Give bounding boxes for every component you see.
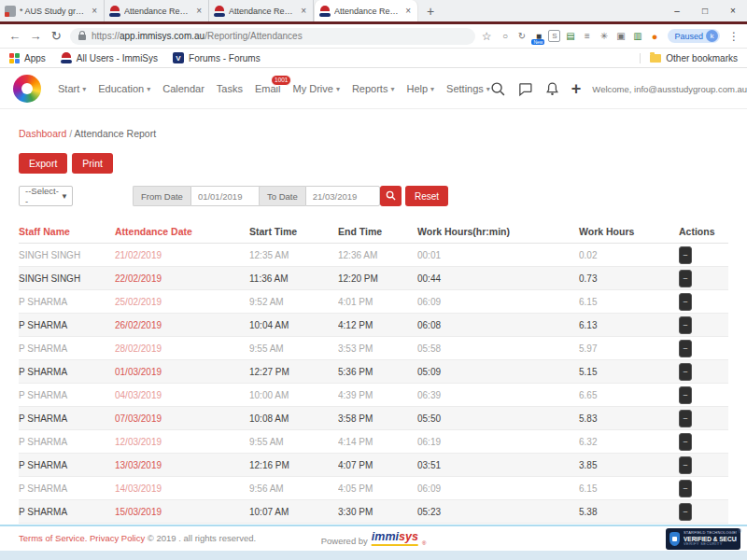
flame-extension-icon[interactable]: ● — [647, 29, 661, 43]
col-staff-name[interactable]: Staff Name — [19, 221, 115, 244]
nav-item-education[interactable]: Education▾ — [98, 83, 150, 94]
immisys-logo[interactable]: immisys — [372, 531, 418, 546]
row-action-button[interactable]: – — [679, 386, 692, 404]
forums-favicon: V — [173, 52, 184, 63]
cell-work-hrmin: 06:09 — [417, 290, 579, 314]
nav-item-tasks[interactable]: Tasks — [217, 83, 243, 94]
cell-work-hours: 5.83 — [579, 407, 679, 430]
document-extension-icon[interactable]: ▤ — [563, 29, 577, 43]
nav-item-my-drive[interactable]: My Drive▾ — [292, 83, 339, 94]
privacy-link[interactable]: Privacy Policy — [90, 533, 145, 543]
chat-icon[interactable] — [517, 81, 533, 97]
nav-item-email[interactable]: Email1001 — [255, 83, 281, 94]
nav-item-settings[interactable]: Settings▾ — [446, 83, 490, 94]
window-close-button[interactable]: × — [719, 0, 747, 21]
battery-extension-icon[interactable]: ▥ — [630, 29, 644, 43]
row-action-button[interactable]: – — [679, 410, 692, 427]
verified-secured-seal[interactable]: STARFIELD TECHNOLOGIES VERIFIED & SECURE… — [666, 528, 740, 550]
search-icon[interactable] — [490, 81, 506, 97]
bookmark-all-users[interactable]: All Users - ImmiSys — [61, 52, 158, 63]
cell-work-hrmin: 00:44 — [417, 267, 579, 290]
nav-item-help[interactable]: Help▾ — [406, 83, 434, 94]
forward-button[interactable]: → — [28, 30, 42, 42]
bookmark-forums[interactable]: V Forums - Forums — [173, 52, 261, 63]
close-icon[interactable]: × — [194, 6, 204, 16]
browser-tab-2[interactable]: Attendance Report - ImmiSys × — [105, 0, 209, 21]
row-action-button[interactable]: – — [679, 363, 692, 381]
row-action-button[interactable]: – — [679, 316, 692, 334]
row-action-button[interactable]: – — [679, 246, 692, 264]
reset-button[interactable]: Reset — [405, 186, 448, 206]
reload-button[interactable]: ↻ — [49, 30, 63, 42]
page-favicon — [5, 6, 16, 17]
close-icon[interactable]: × — [299, 6, 308, 16]
welcome-user-menu[interactable]: Welcome, info@ausstudygroup.com.au▾ — [592, 84, 747, 94]
gear-extension-icon[interactable]: ✳ — [597, 29, 611, 43]
minimize-button[interactable]: – — [663, 0, 691, 21]
new-tab-button[interactable]: + — [418, 0, 443, 21]
cell-end-time: 4:07 PM — [338, 454, 417, 477]
new-badge-extension-icon[interactable]: ■New — [531, 29, 545, 43]
row-action-button[interactable]: – — [679, 293, 692, 311]
export-button[interactable]: Export — [19, 153, 67, 174]
address-bar[interactable]: https://app.immisys.com.au/Reporting/Att… — [70, 28, 475, 45]
print-button[interactable]: Print — [72, 153, 113, 174]
profile-paused-pill[interactable]: Paused k — [668, 29, 720, 43]
aus-study-group-logo[interactable] — [13, 75, 41, 103]
browser-tab-1[interactable]: * AUS Study group reporting tha × — [0, 0, 105, 21]
from-date-input[interactable] — [190, 186, 265, 206]
cell-work-hours: 6.65 — [579, 384, 679, 407]
bookmark-star-icon[interactable]: ☆ — [482, 30, 492, 43]
maximize-button[interactable]: □ — [691, 0, 719, 21]
cell-staff-name: P SHARMA — [19, 290, 115, 314]
browser-menu-icon[interactable]: ⋮ — [728, 30, 740, 43]
circle-extension-icon[interactable]: ○ — [498, 29, 512, 43]
browser-tab-3[interactable]: Attendance Report - ImmiSys × — [209, 0, 314, 21]
other-bookmarks[interactable]: Other bookmarks — [640, 53, 738, 63]
cell-end-time: 4:12 PM — [338, 314, 417, 337]
close-icon[interactable]: × — [403, 6, 413, 16]
bookmark-apps[interactable]: Apps — [9, 53, 46, 63]
nav-item-calendar[interactable]: Calendar — [162, 83, 204, 94]
row-action-button[interactable]: – — [679, 480, 692, 497]
cell-staff-name: P SHARMA — [19, 337, 115, 360]
back-button[interactable]: ← — [7, 30, 21, 42]
row-action-button[interactable]: – — [679, 340, 692, 357]
lock-icon — [78, 35, 86, 40]
staff-select[interactable]: --Select-- ▼ — [19, 186, 73, 206]
registered-mark: ® — [422, 540, 426, 546]
table-row: SINGH SINGH 21/02/2019 12:35 AM 12:36 AM… — [19, 244, 728, 267]
skype-extension-icon[interactable]: S — [548, 30, 560, 42]
add-icon[interactable]: + — [571, 80, 582, 97]
cell-attendance-date: 01/03/2019 — [115, 360, 249, 384]
breadcrumb-dashboard-link[interactable]: Dashboard — [19, 128, 66, 139]
bell-icon[interactable] — [544, 81, 560, 97]
row-action-button[interactable]: – — [679, 503, 692, 521]
screenshot-extension-icon[interactable]: ▣ — [613, 29, 627, 43]
cell-start-time: 12:16 PM — [249, 454, 338, 477]
close-icon[interactable]: × — [90, 6, 99, 16]
cell-work-hrmin: 00:01 — [417, 244, 579, 267]
terms-link[interactable]: Terms of Service. — [19, 533, 87, 543]
cell-work-hrmin: 05:50 — [417, 407, 579, 430]
search-icon — [386, 189, 396, 203]
nav-item-start[interactable]: Start▾ — [58, 83, 86, 94]
cell-staff-name: P SHARMA — [19, 407, 115, 430]
recycle-extension-icon[interactable]: ↻ — [514, 29, 529, 43]
row-action-button[interactable]: – — [679, 270, 692, 287]
browser-tab-4-active[interactable]: Attendance Report - ImmiSys × — [314, 0, 418, 21]
table-row: P SHARMA 26/02/2019 10:04 AM 4:12 PM 06:… — [19, 314, 728, 337]
shield-lock-icon — [669, 532, 680, 546]
filter-row: --Select-- ▼ From Date To Date Reset — [0, 186, 747, 208]
cell-end-time: 5:36 PM — [338, 360, 417, 384]
row-action-button[interactable]: – — [679, 433, 692, 451]
to-date-input[interactable] — [305, 186, 380, 206]
col-attendance-date[interactable]: Attendance Date — [115, 221, 249, 244]
row-action-button[interactable]: – — [679, 456, 692, 474]
nav-item-reports[interactable]: Reports▾ — [352, 83, 395, 94]
search-button[interactable] — [380, 186, 402, 206]
cell-work-hours: 6.15 — [579, 290, 679, 314]
cell-start-time: 10:04 AM — [249, 314, 338, 337]
footer-legal: Terms of Service. Privacy Policy © 2019 … — [19, 533, 256, 543]
notes-extension-icon[interactable]: ≡ — [580, 29, 594, 43]
